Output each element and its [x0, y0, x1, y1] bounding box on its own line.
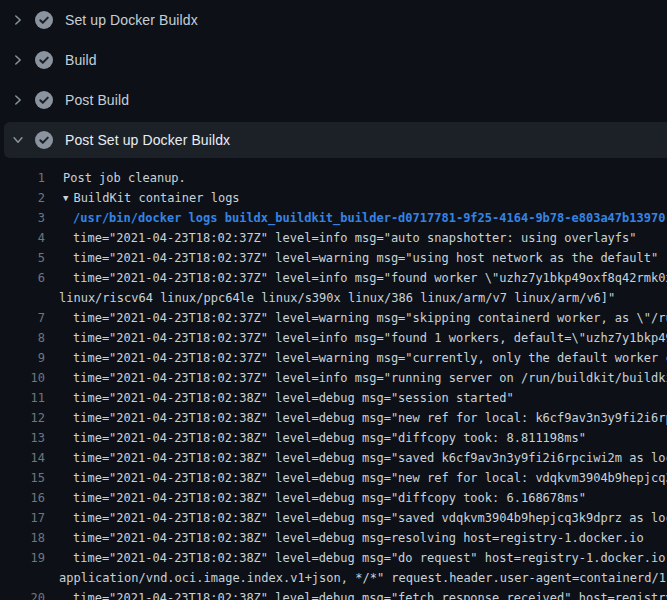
group-label[interactable]: BuildKit container logs	[73, 191, 239, 205]
log-line-text: time="2021-04-23T18:02:38Z" level=debug …	[59, 448, 667, 468]
log-line: 17 time="2021-04-23T18:02:38Z" level=deb…	[0, 508, 667, 528]
log-line-text: time="2021-04-23T18:02:38Z" level=debug …	[59, 388, 667, 408]
step-row-build[interactable]: Build	[0, 40, 667, 80]
line-number[interactable]: 16	[0, 488, 45, 508]
step-label: Build	[65, 52, 97, 68]
line-number[interactable]: 20	[0, 588, 45, 600]
log-line: 2 ▼BuildKit container logs	[0, 188, 667, 208]
log-line-continuation: application/vnd.oci.image.index.v1+json,…	[0, 568, 667, 588]
line-number[interactable]: 12	[0, 408, 45, 428]
group-toggle-icon[interactable]: ▼	[63, 188, 68, 208]
log-line: 16 time="2021-04-23T18:02:38Z" level=deb…	[0, 488, 667, 508]
chevron-down-icon	[10, 132, 26, 148]
check-circle-icon	[35, 91, 53, 109]
log-line-text: linux/riscv64 linux/ppc64le linux/s390x …	[59, 288, 667, 308]
log-line-text: /usr/bin/docker logs buildx_buildkit_bui…	[59, 208, 667, 228]
check-circle-icon	[35, 11, 53, 29]
log-line: 9 time="2021-04-23T18:02:37Z" level=warn…	[0, 348, 667, 368]
log-line: 19 time="2021-04-23T18:02:38Z" level=deb…	[0, 548, 667, 568]
log-line: 14 time="2021-04-23T18:02:38Z" level=deb…	[0, 448, 667, 468]
chevron-right-icon	[10, 92, 26, 108]
log-line-text: time="2021-04-23T18:02:38Z" level=debug …	[59, 548, 667, 568]
line-number-spacer	[0, 568, 45, 588]
log-line-text: time="2021-04-23T18:02:37Z" level=warnin…	[59, 308, 667, 328]
log-line: 20 time="2021-04-23T18:02:38Z" level=deb…	[0, 588, 667, 600]
line-number[interactable]: 18	[0, 528, 45, 548]
log-line-continuation: linux/riscv64 linux/ppc64le linux/s390x …	[0, 288, 667, 308]
log-line-text: application/vnd.oci.image.index.v1+json,…	[59, 568, 667, 588]
step-row-post-set-up-docker-buildx[interactable]: Post Set up Docker Buildx	[0, 120, 667, 160]
log-line: 8 time="2021-04-23T18:02:37Z" level=info…	[0, 328, 667, 348]
line-number[interactable]: 3	[0, 208, 45, 228]
line-number-spacer	[0, 288, 45, 308]
log-line-text: time="2021-04-23T18:02:38Z" level=debug …	[59, 488, 667, 508]
log-section: 1 Post job cleanup. 2 ▼BuildKit containe…	[0, 160, 667, 600]
log-line: 11 time="2021-04-23T18:02:38Z" level=deb…	[0, 388, 667, 408]
step-row-set-up-docker-buildx[interactable]: Set up Docker Buildx	[0, 0, 667, 40]
log-line-text: Post job cleanup.	[59, 168, 667, 188]
log-line-text: time="2021-04-23T18:02:38Z" level=debug …	[59, 408, 667, 428]
log-line: 12 time="2021-04-23T18:02:38Z" level=deb…	[0, 408, 667, 428]
check-circle-icon	[35, 51, 53, 69]
log-line: 5 time="2021-04-23T18:02:37Z" level=warn…	[0, 248, 667, 268]
step-label: Set up Docker Buildx	[65, 12, 198, 28]
log-line-text: time="2021-04-23T18:02:37Z" level=warnin…	[59, 248, 667, 268]
line-number[interactable]: 9	[0, 348, 45, 368]
line-number[interactable]: 14	[0, 448, 45, 468]
step-label: Post Build	[65, 92, 129, 108]
line-number[interactable]: 6	[0, 268, 45, 288]
line-number[interactable]: 19	[0, 548, 45, 568]
log-line-text: time="2021-04-23T18:02:38Z" level=debug …	[59, 528, 667, 548]
line-number[interactable]: 2	[0, 188, 45, 208]
log-line: 13 time="2021-04-23T18:02:38Z" level=deb…	[0, 428, 667, 448]
chevron-right-icon	[10, 12, 26, 28]
log-line-text: time="2021-04-23T18:02:37Z" level=warnin…	[59, 348, 667, 368]
log-line-text: ▼BuildKit container logs	[59, 188, 667, 208]
line-number[interactable]: 1	[0, 168, 45, 188]
log-line-text: time="2021-04-23T18:02:37Z" level=info m…	[59, 368, 667, 388]
line-number[interactable]: 4	[0, 228, 45, 248]
log-line: 1 Post job cleanup.	[0, 168, 667, 188]
log-line-text: time="2021-04-23T18:02:38Z" level=debug …	[59, 588, 667, 600]
line-number[interactable]: 10	[0, 368, 45, 388]
line-number[interactable]: 7	[0, 308, 45, 328]
steps-list: Set up Docker Buildx Build Post Build	[0, 0, 667, 160]
line-number[interactable]: 17	[0, 508, 45, 528]
step-label: Post Set up Docker Buildx	[65, 132, 230, 148]
log-line: 6 time="2021-04-23T18:02:37Z" level=info…	[0, 268, 667, 288]
log-line: 7 time="2021-04-23T18:02:37Z" level=warn…	[0, 308, 667, 328]
log-line: 10 time="2021-04-23T18:02:37Z" level=inf…	[0, 368, 667, 388]
log-line: 18 time="2021-04-23T18:02:38Z" level=deb…	[0, 528, 667, 548]
log-line-text: time="2021-04-23T18:02:38Z" level=debug …	[59, 508, 667, 528]
line-number[interactable]: 15	[0, 468, 45, 488]
log-line-text: time="2021-04-23T18:02:37Z" level=info m…	[59, 228, 667, 248]
log-line-text: time="2021-04-23T18:02:37Z" level=info m…	[59, 328, 667, 348]
log-line: 15 time="2021-04-23T18:02:38Z" level=deb…	[0, 468, 667, 488]
chevron-right-icon	[10, 52, 26, 68]
line-number[interactable]: 5	[0, 248, 45, 268]
log-line-text: time="2021-04-23T18:02:38Z" level=debug …	[59, 468, 667, 488]
log-line-text: time="2021-04-23T18:02:37Z" level=info m…	[59, 268, 667, 288]
log-line: 4 time="2021-04-23T18:02:37Z" level=info…	[0, 228, 667, 248]
line-number[interactable]: 13	[0, 428, 45, 448]
line-number[interactable]: 8	[0, 328, 45, 348]
line-number[interactable]: 11	[0, 388, 45, 408]
check-circle-icon	[35, 131, 53, 149]
step-row-post-build[interactable]: Post Build	[0, 80, 667, 120]
log-line-text: time="2021-04-23T18:02:38Z" level=debug …	[59, 428, 667, 448]
log-line: 3 /usr/bin/docker logs buildx_buildkit_b…	[0, 208, 667, 228]
